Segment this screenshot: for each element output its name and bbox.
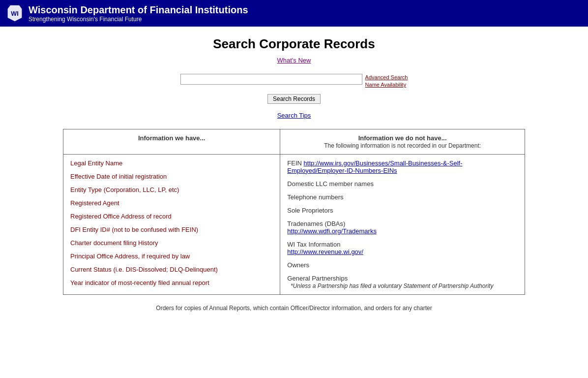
info-table: Information we have... Information we do… <box>63 129 525 295</box>
have-item: Registered Office Address of record <box>70 213 273 220</box>
col-nothave-header: Information we do not have... The follow… <box>280 129 525 154</box>
header-subtitle: Strengthening Wisconsin's Financial Futu… <box>29 16 248 23</box>
general-partnerships-note: *Unless a Partnership has filed a volunt… <box>287 283 493 289</box>
col-have-header: Information we have... <box>63 129 280 154</box>
name-availability-link[interactable]: Name Availability <box>365 81 408 89</box>
nothave-item: Tradenames (DBAs)http://www.wdfi.org/Tra… <box>287 220 518 235</box>
have-item: Entity Type (Corporation, LLC, LP, etc) <box>70 186 273 193</box>
main-content: Search Corporate Records What's New Adva… <box>0 27 588 326</box>
info-row: Legal Entity Name Effective Date of init… <box>63 154 525 294</box>
tax-link[interactable]: http://www.revenue.wi.gov/ <box>287 248 363 255</box>
page-title: Search Corporate Records <box>20 36 568 52</box>
fein-link[interactable]: http://www.irs.gov/Businesses/Small-Busi… <box>287 159 462 174</box>
col-nothave-subheader: The following information is not recorde… <box>324 142 481 149</box>
have-item: DFI Entity ID# (not to be confused with … <box>70 226 273 233</box>
col-nothave-header-label: Information we do not have... <box>358 134 447 142</box>
nothave-item: Telephone numbers <box>287 193 518 201</box>
search-button-row: Search Records <box>267 92 321 104</box>
svg-text:WI: WI <box>11 10 18 17</box>
col-nothave-body: FEIN http://www.irs.gov/Businesses/Small… <box>280 154 525 294</box>
nothave-item: General Partnerships *Unless a Partnersh… <box>287 275 518 289</box>
advanced-search-link[interactable]: Advanced Search <box>365 74 408 81</box>
search-row: Advanced Search Name Availability <box>180 74 408 89</box>
wi-logo-icon: WI <box>6 4 24 22</box>
nothave-item: Owners <box>287 261 518 269</box>
search-area: Advanced Search Name Availability Search… <box>20 74 568 104</box>
search-links: Advanced Search Name Availability <box>365 74 408 89</box>
nothave-item: Sole Proprietors <box>287 207 518 214</box>
have-item: Effective Date of initial registration <box>70 173 273 180</box>
search-records-button[interactable]: Search Records <box>267 94 321 104</box>
have-item: Current Status (i.e. DIS-Dissolved; DLQ-… <box>70 266 273 273</box>
have-item: Year indicator of most-recently filed an… <box>70 279 273 286</box>
search-input[interactable] <box>180 74 362 85</box>
header: WI Wisconsin Department of Financial Ins… <box>0 0 588 27</box>
footer-text: Orders for copies of Annual Reports, whi… <box>20 305 568 316</box>
tradenames-link[interactable]: http://www.wdfi.org/Trademarks <box>287 227 377 235</box>
nothave-item: Domestic LLC member names <box>287 180 518 188</box>
search-tips-link[interactable]: Search Tips <box>20 112 568 119</box>
nothave-item: FEIN http://www.irs.gov/Businesses/Small… <box>287 159 518 174</box>
have-item: Legal Entity Name <box>70 159 273 167</box>
nothave-item: WI Tax Informationhttp://www.revenue.wi.… <box>287 241 518 255</box>
header-title: Wisconsin Department of Financial Instit… <box>29 4 248 16</box>
header-text: Wisconsin Department of Financial Instit… <box>29 4 248 23</box>
have-item: Registered Agent <box>70 199 273 207</box>
col-have-header-label: Information we have... <box>138 134 206 142</box>
whats-new-link[interactable]: What's New <box>20 57 568 64</box>
have-item: Charter document filing History <box>70 239 273 247</box>
col-have-body: Legal Entity Name Effective Date of init… <box>63 154 280 294</box>
have-item: Principal Office Address, if required by… <box>70 252 273 260</box>
